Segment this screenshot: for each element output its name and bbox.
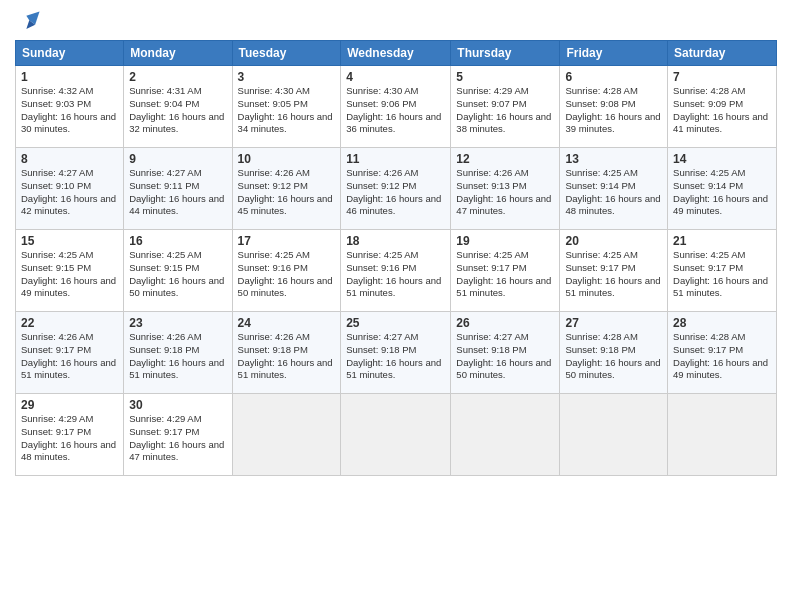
day-info: Sunrise: 4:28 AM Sunset: 9:09 PM Dayligh… bbox=[673, 85, 771, 136]
day-info: Sunrise: 4:30 AM Sunset: 9:06 PM Dayligh… bbox=[346, 85, 445, 136]
day-number: 10 bbox=[238, 152, 336, 166]
day-number: 9 bbox=[129, 152, 226, 166]
calendar-cell bbox=[668, 394, 777, 476]
day-info: Sunrise: 4:25 AM Sunset: 9:17 PM Dayligh… bbox=[456, 249, 554, 300]
day-info: Sunrise: 4:28 AM Sunset: 9:18 PM Dayligh… bbox=[565, 331, 662, 382]
day-info: Sunrise: 4:26 AM Sunset: 9:18 PM Dayligh… bbox=[129, 331, 226, 382]
calendar-cell: 27 Sunrise: 4:28 AM Sunset: 9:18 PM Dayl… bbox=[560, 312, 668, 394]
page: SundayMondayTuesdayWednesdayThursdayFrid… bbox=[0, 0, 792, 612]
day-number: 30 bbox=[129, 398, 226, 412]
day-info: Sunrise: 4:28 AM Sunset: 9:17 PM Dayligh… bbox=[673, 331, 771, 382]
day-number: 27 bbox=[565, 316, 662, 330]
calendar-cell: 9 Sunrise: 4:27 AM Sunset: 9:11 PM Dayli… bbox=[124, 148, 232, 230]
calendar-cell: 24 Sunrise: 4:26 AM Sunset: 9:18 PM Dayl… bbox=[232, 312, 341, 394]
day-number: 12 bbox=[456, 152, 554, 166]
day-info: Sunrise: 4:27 AM Sunset: 9:18 PM Dayligh… bbox=[456, 331, 554, 382]
day-number: 16 bbox=[129, 234, 226, 248]
calendar-cell: 20 Sunrise: 4:25 AM Sunset: 9:17 PM Dayl… bbox=[560, 230, 668, 312]
day-number: 20 bbox=[565, 234, 662, 248]
day-info: Sunrise: 4:25 AM Sunset: 9:16 PM Dayligh… bbox=[238, 249, 336, 300]
day-number: 25 bbox=[346, 316, 445, 330]
day-number: 28 bbox=[673, 316, 771, 330]
day-number: 29 bbox=[21, 398, 118, 412]
day-number: 23 bbox=[129, 316, 226, 330]
weekday-header-tuesday: Tuesday bbox=[232, 41, 341, 66]
day-number: 8 bbox=[21, 152, 118, 166]
calendar-cell: 8 Sunrise: 4:27 AM Sunset: 9:10 PM Dayli… bbox=[16, 148, 124, 230]
day-number: 11 bbox=[346, 152, 445, 166]
calendar-cell: 30 Sunrise: 4:29 AM Sunset: 9:17 PM Dayl… bbox=[124, 394, 232, 476]
week-row-4: 22 Sunrise: 4:26 AM Sunset: 9:17 PM Dayl… bbox=[16, 312, 777, 394]
calendar-cell: 22 Sunrise: 4:26 AM Sunset: 9:17 PM Dayl… bbox=[16, 312, 124, 394]
logo bbox=[15, 10, 41, 32]
calendar-cell: 17 Sunrise: 4:25 AM Sunset: 9:16 PM Dayl… bbox=[232, 230, 341, 312]
calendar-cell: 10 Sunrise: 4:26 AM Sunset: 9:12 PM Dayl… bbox=[232, 148, 341, 230]
day-info: Sunrise: 4:25 AM Sunset: 9:15 PM Dayligh… bbox=[129, 249, 226, 300]
day-info: Sunrise: 4:25 AM Sunset: 9:16 PM Dayligh… bbox=[346, 249, 445, 300]
day-info: Sunrise: 4:27 AM Sunset: 9:11 PM Dayligh… bbox=[129, 167, 226, 218]
calendar-cell: 28 Sunrise: 4:28 AM Sunset: 9:17 PM Dayl… bbox=[668, 312, 777, 394]
day-info: Sunrise: 4:29 AM Sunset: 9:17 PM Dayligh… bbox=[129, 413, 226, 464]
day-info: Sunrise: 4:29 AM Sunset: 9:17 PM Dayligh… bbox=[21, 413, 118, 464]
day-info: Sunrise: 4:25 AM Sunset: 9:14 PM Dayligh… bbox=[673, 167, 771, 218]
calendar-cell: 13 Sunrise: 4:25 AM Sunset: 9:14 PM Dayl… bbox=[560, 148, 668, 230]
day-number: 7 bbox=[673, 70, 771, 84]
calendar-cell: 18 Sunrise: 4:25 AM Sunset: 9:16 PM Dayl… bbox=[341, 230, 451, 312]
day-number: 26 bbox=[456, 316, 554, 330]
day-number: 6 bbox=[565, 70, 662, 84]
day-info: Sunrise: 4:29 AM Sunset: 9:07 PM Dayligh… bbox=[456, 85, 554, 136]
day-info: Sunrise: 4:25 AM Sunset: 9:17 PM Dayligh… bbox=[565, 249, 662, 300]
calendar-cell: 11 Sunrise: 4:26 AM Sunset: 9:12 PM Dayl… bbox=[341, 148, 451, 230]
header bbox=[15, 10, 777, 32]
day-info: Sunrise: 4:25 AM Sunset: 9:14 PM Dayligh… bbox=[565, 167, 662, 218]
calendar-cell: 4 Sunrise: 4:30 AM Sunset: 9:06 PM Dayli… bbox=[341, 66, 451, 148]
day-info: Sunrise: 4:31 AM Sunset: 9:04 PM Dayligh… bbox=[129, 85, 226, 136]
logo-icon bbox=[19, 10, 41, 32]
calendar: SundayMondayTuesdayWednesdayThursdayFrid… bbox=[15, 40, 777, 476]
day-number: 17 bbox=[238, 234, 336, 248]
calendar-cell bbox=[341, 394, 451, 476]
day-number: 5 bbox=[456, 70, 554, 84]
day-number: 18 bbox=[346, 234, 445, 248]
day-info: Sunrise: 4:25 AM Sunset: 9:15 PM Dayligh… bbox=[21, 249, 118, 300]
day-info: Sunrise: 4:26 AM Sunset: 9:12 PM Dayligh… bbox=[346, 167, 445, 218]
weekday-header-sunday: Sunday bbox=[16, 41, 124, 66]
day-number: 4 bbox=[346, 70, 445, 84]
weekday-header-saturday: Saturday bbox=[668, 41, 777, 66]
calendar-cell: 5 Sunrise: 4:29 AM Sunset: 9:07 PM Dayli… bbox=[451, 66, 560, 148]
day-number: 19 bbox=[456, 234, 554, 248]
calendar-cell: 12 Sunrise: 4:26 AM Sunset: 9:13 PM Dayl… bbox=[451, 148, 560, 230]
day-info: Sunrise: 4:26 AM Sunset: 9:17 PM Dayligh… bbox=[21, 331, 118, 382]
day-number: 3 bbox=[238, 70, 336, 84]
day-number: 22 bbox=[21, 316, 118, 330]
calendar-cell: 1 Sunrise: 4:32 AM Sunset: 9:03 PM Dayli… bbox=[16, 66, 124, 148]
weekday-header-wednesday: Wednesday bbox=[341, 41, 451, 66]
calendar-cell: 16 Sunrise: 4:25 AM Sunset: 9:15 PM Dayl… bbox=[124, 230, 232, 312]
day-info: Sunrise: 4:26 AM Sunset: 9:13 PM Dayligh… bbox=[456, 167, 554, 218]
calendar-cell: 6 Sunrise: 4:28 AM Sunset: 9:08 PM Dayli… bbox=[560, 66, 668, 148]
weekday-header-monday: Monday bbox=[124, 41, 232, 66]
day-number: 24 bbox=[238, 316, 336, 330]
calendar-cell: 21 Sunrise: 4:25 AM Sunset: 9:17 PM Dayl… bbox=[668, 230, 777, 312]
day-info: Sunrise: 4:28 AM Sunset: 9:08 PM Dayligh… bbox=[565, 85, 662, 136]
day-number: 15 bbox=[21, 234, 118, 248]
week-row-1: 1 Sunrise: 4:32 AM Sunset: 9:03 PM Dayli… bbox=[16, 66, 777, 148]
day-info: Sunrise: 4:32 AM Sunset: 9:03 PM Dayligh… bbox=[21, 85, 118, 136]
day-info: Sunrise: 4:27 AM Sunset: 9:10 PM Dayligh… bbox=[21, 167, 118, 218]
day-info: Sunrise: 4:27 AM Sunset: 9:18 PM Dayligh… bbox=[346, 331, 445, 382]
day-number: 2 bbox=[129, 70, 226, 84]
week-row-3: 15 Sunrise: 4:25 AM Sunset: 9:15 PM Dayl… bbox=[16, 230, 777, 312]
calendar-cell: 29 Sunrise: 4:29 AM Sunset: 9:17 PM Dayl… bbox=[16, 394, 124, 476]
day-info: Sunrise: 4:26 AM Sunset: 9:12 PM Dayligh… bbox=[238, 167, 336, 218]
calendar-cell: 19 Sunrise: 4:25 AM Sunset: 9:17 PM Dayl… bbox=[451, 230, 560, 312]
day-number: 13 bbox=[565, 152, 662, 166]
day-number: 1 bbox=[21, 70, 118, 84]
day-number: 14 bbox=[673, 152, 771, 166]
weekday-header-friday: Friday bbox=[560, 41, 668, 66]
calendar-cell: 2 Sunrise: 4:31 AM Sunset: 9:04 PM Dayli… bbox=[124, 66, 232, 148]
weekday-header-row: SundayMondayTuesdayWednesdayThursdayFrid… bbox=[16, 41, 777, 66]
day-info: Sunrise: 4:26 AM Sunset: 9:18 PM Dayligh… bbox=[238, 331, 336, 382]
svg-marker-0 bbox=[26, 11, 39, 24]
calendar-cell: 3 Sunrise: 4:30 AM Sunset: 9:05 PM Dayli… bbox=[232, 66, 341, 148]
calendar-cell: 14 Sunrise: 4:25 AM Sunset: 9:14 PM Dayl… bbox=[668, 148, 777, 230]
